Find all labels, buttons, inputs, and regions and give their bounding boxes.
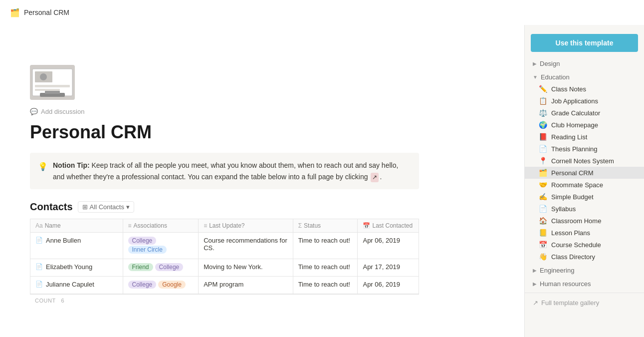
use-template-button[interactable]: Use this template	[531, 34, 638, 52]
page-cover	[30, 65, 419, 100]
add-discussion-label: Add discussion	[41, 108, 84, 115]
tag-college: College	[128, 281, 157, 289]
section-label-design: Design	[540, 60, 560, 67]
cell-status-1: Time to reach out!	[293, 232, 358, 259]
sidebar-item-label-club-homepage: Club Homepage	[551, 121, 598, 129]
cell-last-contacted-2: Apr 17, 2019	[358, 259, 419, 276]
section-label-education: Education	[541, 73, 570, 81]
th-last-update: ≡Last Update?	[199, 219, 293, 232]
sidebar: Use this template ▶Design▼Education✏️Cla…	[524, 25, 644, 337]
table-header-row: AaName ≡Associations ≡Last Update? ΣStat…	[30, 219, 419, 232]
tip-icon: 💡	[38, 160, 48, 182]
sidebar-item-simple-budget[interactable]: ✍️Simple Budget	[525, 191, 644, 203]
sidebar-item-label-lesson-plans: Lesson Plans	[551, 229, 590, 237]
svg-rect-4	[35, 85, 70, 87]
section-arrow-design: ▶	[533, 61, 537, 66]
section-label-human-resources: Human resources	[540, 280, 591, 288]
table-row[interactable]: 📄Anne BullenCollegeInner CircleCourse re…	[30, 232, 419, 259]
sidebar-item-icon-job-applications: 📋	[539, 97, 547, 105]
cover-image	[30, 65, 75, 100]
tip-body: Keep track of all the people you meet, w…	[53, 161, 398, 180]
tag-college: College	[155, 263, 184, 271]
svg-rect-7	[45, 91, 60, 94]
discussion-icon: 💬	[30, 108, 38, 115]
row-doc-icon: 📄	[35, 263, 43, 270]
sidebar-item-icon-grade-calculator: ⚖️	[539, 109, 547, 117]
sidebar-item-club-homepage[interactable]: 🌍Club Homepage	[525, 119, 644, 131]
view-chevron: ▾	[126, 203, 130, 211]
breadcrumb-title: Personal CRM	[24, 8, 69, 16]
add-discussion-button[interactable]: 💬 Add discussion	[30, 108, 419, 115]
sidebar-item-syllabus[interactable]: 📄Syllabus	[525, 203, 644, 215]
cell-associations-2: FriendCollege	[123, 259, 199, 276]
sidebar-section-education: ▼Education✏️Class Notes📋Job Applications…	[525, 71, 644, 263]
table-row[interactable]: 📄Elizabeth YoungFriendCollegeMoving to N…	[30, 259, 419, 276]
sidebar-item-course-schedule[interactable]: 📅Course Schedule	[525, 239, 644, 251]
sidebar-item-label-classroom-home: Classroom Home	[551, 217, 601, 225]
sidebar-item-icon-cornell-notes: 📍	[539, 157, 547, 165]
sidebar-item-classroom-home[interactable]: 🏠Classroom Home	[525, 215, 644, 227]
sidebar-item-label-class-directory: Class Directory	[551, 253, 595, 261]
page-icon: 🗂️	[10, 8, 20, 17]
sidebar-item-roommate-space[interactable]: 🤝Roommate Space	[525, 179, 644, 191]
sidebar-item-icon-club-homepage: 🌍	[539, 121, 547, 129]
page-title: Personal CRM	[30, 121, 419, 143]
cell-last-contacted-1: Apr 06, 2019	[358, 232, 419, 259]
th-associations: ≡Associations	[123, 219, 199, 232]
sidebar-item-label-cornell-notes: Cornell Notes System	[551, 157, 614, 165]
sidebar-item-label-thesis-planning: Thesis Planning	[551, 145, 598, 153]
use-template-container: Use this template	[525, 30, 644, 58]
cell-status-3: Time to reach out!	[293, 276, 358, 294]
sidebar-item-icon-class-notes: ✏️	[539, 85, 547, 93]
count-value: 6	[61, 298, 65, 304]
section-arrow-human-resources: ▶	[533, 281, 537, 287]
sidebar-item-icon-classroom-home: 🏠	[539, 217, 547, 225]
gallery-label: Full template gallery	[541, 299, 599, 307]
row-doc-icon: 📄	[35, 281, 43, 288]
svg-rect-5	[35, 89, 60, 91]
tip-link-icon: ↗	[371, 173, 379, 182]
sidebar-item-grade-calculator[interactable]: ⚖️Grade Calculator	[525, 107, 644, 119]
sidebar-section-header-design[interactable]: ▶Design	[525, 58, 644, 69]
sidebar-item-job-applications[interactable]: 📋Job Applications	[525, 95, 644, 107]
tip-box: 💡 Notion Tip: Keep track of all the peop…	[30, 153, 419, 189]
contacts-table: AaName ≡Associations ≡Last Update? ΣStat…	[30, 219, 419, 294]
full-gallery-link[interactable]: ↗ Full template gallery	[525, 296, 644, 310]
cell-last-contacted-3: Apr 06, 2019	[358, 276, 419, 294]
sidebar-section-header-education[interactable]: ▼Education	[525, 71, 644, 83]
sidebar-item-label-job-applications: Job Applications	[551, 97, 598, 105]
sidebar-item-class-directory[interactable]: 👋Class Directory	[525, 251, 644, 263]
sidebar-item-personal-crm[interactable]: 🗂️Personal CRM	[525, 167, 644, 179]
sidebar-item-icon-course-schedule: 📅	[539, 241, 547, 249]
main-content: 💬 Add discussion Personal CRM 💡 Notion T…	[0, 25, 524, 337]
sidebar-item-label-course-schedule: Course Schedule	[551, 241, 601, 249]
sidebar-item-label-simple-budget: Simple Budget	[551, 193, 594, 201]
sidebar-item-icon-reading-list: 📕	[539, 133, 547, 141]
sidebar-item-label-class-notes: Class Notes	[551, 85, 586, 93]
sidebar-section-header-human-resources[interactable]: ▶Human resources	[525, 278, 644, 290]
table-footer: COUNT 6	[30, 294, 419, 307]
tip-bold-text: Notion Tip:	[53, 161, 90, 169]
sidebar-item-label-grade-calculator: Grade Calculator	[551, 109, 600, 117]
page-breadcrumb: 🗂️ Personal CRM	[10, 8, 69, 17]
sidebar-item-reading-list[interactable]: 📕Reading List	[525, 131, 644, 143]
contact-name: Julianne Capulet	[46, 281, 94, 288]
sidebar-item-class-notes[interactable]: ✏️Class Notes	[525, 83, 644, 95]
sidebar-section-header-engineering[interactable]: ▶Engineering	[525, 265, 644, 276]
sidebar-item-icon-thesis-planning: 📄	[539, 145, 547, 153]
cell-name-3: 📄Julianne Capulet	[30, 276, 123, 294]
contacts-title: Contacts	[30, 201, 73, 213]
sidebar-item-cornell-notes[interactable]: 📍Cornell Notes System	[525, 155, 644, 167]
sidebar-item-icon-lesson-plans: 📒	[539, 229, 547, 237]
contact-name: Elizabeth Young	[46, 263, 92, 271]
table-row[interactable]: 📄Julianne CapuletCollegeGoogleAPM progra…	[30, 276, 419, 294]
cell-last-update-2: Moving to New York.	[199, 259, 293, 276]
count-label: COUNT	[35, 298, 56, 304]
sidebar-item-lesson-plans[interactable]: 📒Lesson Plans	[525, 227, 644, 239]
sidebar-item-icon-personal-crm: 🗂️	[539, 169, 547, 177]
contacts-view-selector[interactable]: ⊞ All Contacts ▾	[78, 201, 134, 213]
row-doc-icon: 📄	[35, 237, 43, 244]
th-last-contacted: 📅Last Contacted	[358, 219, 419, 232]
sidebar-item-label-syllabus: Syllabus	[551, 205, 576, 213]
sidebar-item-thesis-planning[interactable]: 📄Thesis Planning	[525, 143, 644, 155]
